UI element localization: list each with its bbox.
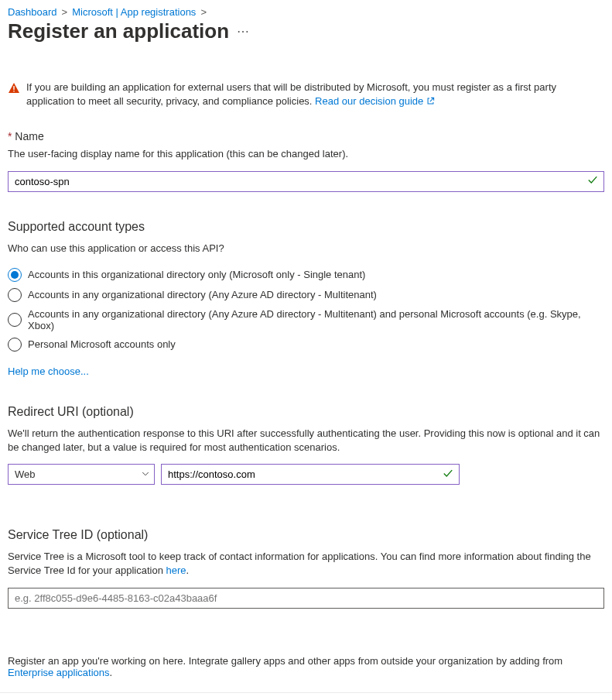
name-helper: The user-facing display name for this ap…	[8, 147, 604, 161]
page-title: Register an application	[8, 19, 229, 43]
service-tree-here-link[interactable]: here	[166, 564, 186, 576]
account-types-title: Supported account types	[8, 220, 604, 234]
redirect-uri-helper: We'll return the authentication response…	[8, 427, 604, 455]
service-tree-title: Service Tree ID (optional)	[8, 528, 604, 542]
breadcrumb-item-dashboard[interactable]: Dashboard	[8, 6, 57, 18]
service-tree-helper: Service Tree is a Microsoft tool to keep…	[8, 550, 604, 578]
redirect-platform-select[interactable]: Web	[8, 464, 155, 485]
more-menu-icon[interactable]: ⋯	[237, 24, 249, 39]
name-input[interactable]	[8, 171, 604, 192]
breadcrumb: Dashboard > Microsoft | App registration…	[8, 6, 604, 18]
radio-icon	[8, 288, 22, 302]
account-types-radio-group: Accounts in this organizational director…	[8, 265, 604, 355]
enterprise-applications-link[interactable]: Enterprise applications	[8, 667, 110, 678]
account-type-option-2[interactable]: Accounts in any organizational directory…	[8, 305, 604, 335]
bottom-note: Register an app you're working on here. …	[8, 655, 604, 678]
radio-icon	[8, 313, 22, 327]
account-types-helper: Who can use this application or access t…	[8, 242, 604, 256]
external-link-icon	[426, 95, 435, 107]
help-me-choose-link[interactable]: Help me choose...	[8, 365, 89, 377]
decision-guide-link[interactable]: Read our decision guide	[315, 95, 435, 107]
warning-banner: If you are building an application for e…	[8, 81, 604, 108]
radio-icon	[8, 268, 22, 282]
chevron-right-icon: >	[200, 6, 207, 18]
svg-rect-1	[13, 91, 14, 91]
account-type-option-1[interactable]: Accounts in any organizational directory…	[8, 285, 604, 305]
warning-icon	[8, 82, 20, 108]
redirect-uri-title: Redirect URI (optional)	[8, 405, 604, 419]
radio-icon	[8, 338, 22, 352]
warning-text: If you are building an application for e…	[26, 81, 556, 107]
breadcrumb-item-app-registrations[interactable]: Microsoft | App registrations	[72, 6, 196, 18]
svg-rect-0	[13, 86, 14, 90]
service-tree-input[interactable]	[8, 588, 604, 609]
account-type-option-3[interactable]: Personal Microsoft accounts only	[8, 335, 604, 355]
divider	[0, 692, 612, 693]
name-label: * Name	[8, 130, 604, 142]
account-type-option-0[interactable]: Accounts in this organizational director…	[8, 265, 604, 285]
chevron-right-icon: >	[62, 6, 68, 18]
redirect-uri-input[interactable]	[161, 464, 460, 485]
